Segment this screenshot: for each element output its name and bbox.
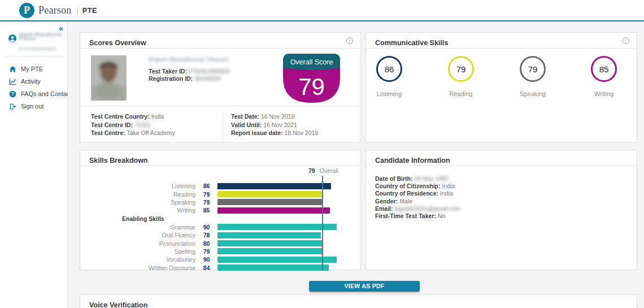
chart-row: Pronunciation80 <box>80 239 360 247</box>
panel-title: Scores Overview <box>89 39 146 47</box>
chart-row-value: 80 <box>195 240 217 247</box>
test-date-details: Test Date:16 Nov 2019 Valid Until:16 Nov… <box>223 112 318 144</box>
skill-score-ring: 79 <box>520 56 546 82</box>
info-value: India <box>442 183 455 189</box>
detail-label: Report issue date: <box>231 129 283 136</box>
enabling-skills-label: Enabling Skills <box>122 215 164 222</box>
chart-row: Writing85 <box>80 206 360 214</box>
detail-label: Test Centre Country: <box>91 113 150 120</box>
chart-row-label: Vocabulary <box>80 256 195 263</box>
info-icon[interactable]: i <box>346 37 353 44</box>
detail-value: India <box>151 113 164 120</box>
panel-header: Candidate Information <box>366 150 637 166</box>
test-centre-details: Test Centre Country:India Test Centre ID… <box>91 112 175 137</box>
pearson-logo-icon: P <box>19 3 34 18</box>
skill-label: Writing <box>581 90 626 97</box>
info-label: Date of Birth: <box>375 175 413 182</box>
detail-label: Valid Until: <box>231 122 262 128</box>
sidebar-item-label: Activity <box>21 78 41 85</box>
info-row: Gender:Male <box>375 198 637 205</box>
detail-value: 18 Nov 2019 <box>285 129 319 136</box>
detail-row: Report issue date:18 Nov 2019 <box>231 129 318 137</box>
info-row: First-Time Test Taker:No <box>375 212 637 220</box>
skill-speaking: 79 Speaking <box>510 56 555 97</box>
user-name: Brijesh Bharatkumar Dharani <box>19 33 64 41</box>
panel-title: Communicative Skills <box>375 39 448 47</box>
chart-row-value: 79 <box>195 199 217 206</box>
info-label: Email: <box>375 205 393 212</box>
sign-out-icon <box>9 103 16 110</box>
brand-name: Pearson <box>38 5 71 16</box>
activity-icon <box>9 78 16 85</box>
panel-divider <box>80 106 360 106</box>
info-value: India <box>440 190 453 197</box>
skill-score-ring: 79 <box>448 56 474 82</box>
pearson-logo[interactable]: P Pearson | PTE <box>19 3 97 18</box>
chart-row-label: Written Discourse <box>80 264 195 271</box>
chart-bar <box>217 183 331 189</box>
detail-value: 16 Nov 2019 <box>261 113 295 120</box>
sidebar-item-my-pte[interactable]: My PTE <box>0 63 67 75</box>
info-label: Gender: <box>375 198 398 205</box>
overall-value: 79 <box>308 167 315 174</box>
chart-bar <box>217 257 337 263</box>
chart-row-label: Listening <box>80 183 195 189</box>
chart-row: Grammar90 <box>80 223 360 231</box>
detail-value: Take Off Academy <box>127 129 175 136</box>
overall-score-badge: Overall Score 79 <box>283 54 340 103</box>
chart-bar <box>217 199 322 205</box>
info-row: Country of Residence:India <box>375 190 637 197</box>
info-label: First-Time Test Taker: <box>375 212 436 219</box>
chart-row-value: 79 <box>195 191 217 198</box>
candidate-information-panel: Candidate Information Date of Birth:04 M… <box>365 150 637 270</box>
chart-bar <box>217 240 323 246</box>
test-taker-id-value: PTE001999825 <box>189 68 230 75</box>
view-as-pdf-button[interactable]: VIEW AS PDF <box>309 281 420 292</box>
candidate-header: Brijesh Bharatkumar Dharani Test Taker I… <box>149 56 230 83</box>
info-row: Email:bgpatel2001@gmail.com <box>375 205 637 212</box>
user-id: ID PTE001999825 <box>19 46 64 51</box>
detail-label: Test Centre ID: <box>91 122 133 128</box>
chart-row-label: Pronunciation <box>80 240 195 247</box>
skill-reading: 79 Reading <box>438 56 484 97</box>
chart-row-label: Spelling <box>80 248 195 255</box>
detail-label: Test Centre: <box>91 129 125 136</box>
test-taker-id-label: Test Taker ID: <box>149 68 187 75</box>
info-label: Country of Residence: <box>375 190 438 197</box>
test-taker-id-row: Test Taker ID: PTE001999825 <box>149 68 230 75</box>
detail-label: Test Date: <box>231 113 259 120</box>
product-name: PTE <box>82 7 97 15</box>
brand-separator: | <box>76 6 78 15</box>
info-row: Date of Birth:04 May 1992 <box>375 175 637 183</box>
sidebar-item-activity[interactable]: Activity <box>0 75 67 88</box>
chart-row-value: 86 <box>195 183 217 189</box>
detail-value: 75301 <box>134 122 151 128</box>
panel-header: Voice Verification <box>80 295 637 308</box>
user-avatar-icon <box>8 34 16 42</box>
chart-bar <box>217 264 329 271</box>
sidebar-item-faqs[interactable]: ? FAQs and Contact <box>0 88 67 100</box>
panel-header: Scores Overview i <box>80 33 360 49</box>
chart-row-label: Writing <box>80 207 195 214</box>
chart-row-label: Reading <box>80 191 195 198</box>
detail-row: Test Date:16 Nov 2019 <box>231 112 318 121</box>
sidebar-item-sign-out[interactable]: Sign out <box>0 100 67 112</box>
sidebar-item-label: FAQs and Contact <box>21 90 72 97</box>
detail-row: Test Centre Country:India <box>91 112 175 121</box>
skill-writing: 85 Writing <box>581 56 626 97</box>
info-row: Country of Citizenship:India <box>375 183 637 190</box>
chart-row: Reading79 <box>80 190 360 198</box>
voice-verification-panel: Voice Verification <box>80 294 637 308</box>
main-content: Scores Overview i Brijesh Bharatkumar Dh… <box>68 21 644 308</box>
chart-bar <box>217 191 322 197</box>
communicative-skills-panel: Communicative Skills i 86 Listening 79 R… <box>365 32 637 143</box>
sidebar-divider <box>5 56 63 57</box>
skill-score-ring: 85 <box>591 56 617 82</box>
chart-row: Spelling79 <box>80 248 360 255</box>
info-value: 04 May 1992 <box>415 175 449 182</box>
sidebar-nav: My PTE Activity ? FAQs and Contact Sign … <box>0 63 67 112</box>
info-icon[interactable]: i <box>623 37 629 44</box>
skill-label: Listening <box>367 90 412 97</box>
help-icon: ? <box>9 90 16 98</box>
panel-title: Skills Breakdown <box>89 157 148 164</box>
